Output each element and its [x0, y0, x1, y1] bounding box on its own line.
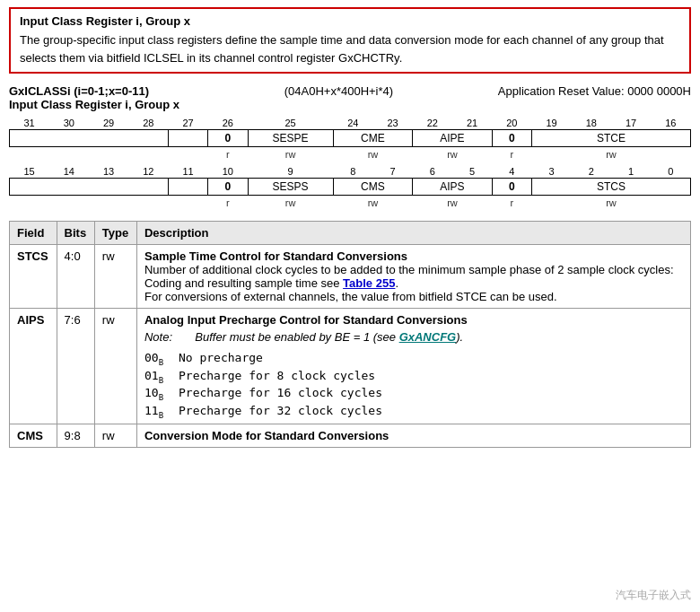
field-aips-bits: 7:6	[57, 309, 94, 424]
upper-field-sespe: SESPE	[248, 130, 333, 147]
code-00b: 00B	[144, 351, 171, 367]
upper-bit-table: 31 30 29 28 27 26 25 24 23 22 21 20 19 1…	[9, 117, 691, 162]
upper-bit-diagram: 31 30 29 28 27 26 25 24 23 22 21 20 19 1…	[9, 117, 691, 162]
field-cms-type: rw	[94, 424, 136, 448]
aips-mono-list: 00B No precharge 01B Precharge for 8 clo…	[144, 351, 683, 419]
field-stcs-bits: 4:0	[57, 245, 94, 309]
aips-precharge-list: 00B No precharge 01B Precharge for 8 clo…	[144, 351, 683, 419]
reg-address: (04A0H+x*400H+i*4)	[284, 84, 393, 98]
lower-bit-diagram: 15 14 13 12 11 10 9 8 7 6 5 4 3 2 1 0	[9, 165, 691, 210]
field-aips-type: rw	[94, 309, 136, 424]
upper-field-0-2: 0	[492, 130, 531, 147]
label-11b: Precharge for 32 clock cycles	[179, 404, 382, 420]
reg-name-line2: Input Class Register i, Group x	[9, 98, 179, 111]
list-item: 10B Precharge for 16 clock cycles	[144, 386, 683, 402]
col-field: Field	[10, 222, 57, 245]
upper-field-0-1: 0	[208, 130, 248, 147]
table-row: STCS 4:0 rw Sample Time Control for Stan…	[10, 245, 691, 309]
upper-reserved1	[10, 130, 169, 147]
upper-field-aipe: AIPE	[413, 130, 493, 147]
label-01b: Precharge for 8 clock cycles	[179, 369, 375, 385]
label-10b: Precharge for 16 clock cycles	[179, 386, 382, 402]
col-type: Type	[94, 222, 136, 245]
field-description-table: Field Bits Type Description STCS 4:0 rw …	[9, 221, 691, 448]
col-bits: Bits	[57, 222, 94, 245]
list-item: 11B Precharge for 32 clock cycles	[144, 404, 683, 420]
field-aips-name: AIPS	[10, 309, 57, 424]
lower-field-aips: AIPS	[413, 179, 493, 196]
lower-bit-table: 15 14 13 12 11 10 9 8 7 6 5 4 3 2 1 0	[9, 165, 691, 210]
label-00b: No precharge	[179, 351, 263, 367]
upper-bit-numbers: 31 30 29 28 27 26 25 24 23 22 21 20 19 1…	[10, 117, 691, 130]
lower-field-0-2: 0	[492, 179, 531, 196]
reg-reset: Application Reset Value: 0000 0000H	[498, 84, 691, 98]
field-aips-desc: Analog Input Precharge Control for Stand…	[136, 309, 690, 424]
lower-bit-fields: 0 SESPS CMS AIPS 0 STCS	[10, 179, 691, 196]
upper-field-stce: STCE	[531, 130, 690, 147]
field-table-header-row: Field Bits Type Description	[10, 222, 691, 245]
stcs-desc-line3: For conversions of external channels, th…	[144, 290, 683, 303]
lower-reserved1	[10, 179, 169, 196]
gxancfg-link[interactable]: GxANCFG	[399, 330, 457, 344]
aips-desc-title: Analog Input Precharge Control for Stand…	[144, 313, 683, 327]
header-description: The group-specific input class registers…	[20, 31, 680, 66]
lower-access-row: r rw rw rw r rw	[10, 196, 691, 211]
field-cms-name: CMS	[10, 424, 57, 448]
register-info: GxICLASSi (i=0-1;x=0-11) Input Class Reg…	[9, 84, 691, 111]
lower-reserved2	[169, 179, 208, 196]
field-stcs-type: rw	[94, 245, 136, 309]
field-cms-desc: Conversion Mode for Standard Conversions	[136, 424, 690, 448]
list-item: 00B No precharge	[144, 351, 683, 367]
list-item: 01B Precharge for 8 clock cycles	[144, 369, 683, 385]
stcs-desc-title: Sample Time Control for Standard Convers…	[144, 249, 683, 263]
aips-note: Note: Buffer must be enabled by BE = 1 (…	[144, 330, 683, 344]
col-description: Description	[136, 222, 690, 245]
field-stcs-name: STCS	[10, 245, 57, 309]
lower-field-stcs: STCS	[531, 179, 690, 196]
code-10b: 10B	[144, 386, 171, 402]
aips-note-label: Note:	[144, 330, 192, 344]
lower-bit-numbers: 15 14 13 12 11 10 9 8 7 6 5 4 3 2 1 0	[10, 165, 691, 179]
upper-field-cme: CME	[333, 130, 413, 147]
table-row: AIPS 7:6 rw Analog Input Precharge Contr…	[10, 309, 691, 424]
reg-name-line1: GxICLASSi (i=0-1;x=0-11)	[9, 84, 179, 98]
upper-bit-fields: 0 SESPE CME AIPE 0 STCE	[10, 130, 691, 147]
aips-note-text: Buffer must be enabled by BE = 1 (see Gx…	[195, 330, 463, 344]
table-row: CMS 9:8 rw Conversion Mode for Standard …	[10, 424, 691, 448]
field-cms-bits: 9:8	[57, 424, 94, 448]
header-box: Input Class Register i, Group x The grou…	[9, 7, 691, 74]
code-11b: 11B	[144, 404, 171, 420]
header-title: Input Class Register i, Group x	[20, 14, 680, 28]
stcs-desc-line1: Number of additional clock cycles to be …	[144, 263, 683, 276]
lower-field-cms: CMS	[333, 179, 413, 196]
lower-field-0-1: 0	[208, 179, 248, 196]
stcs-desc-line2: Coding and resulting sample time see Tab…	[144, 276, 683, 290]
cms-desc-title: Conversion Mode for Standard Conversions	[144, 429, 683, 442]
upper-access-row: r rw rw rw r rw	[10, 147, 691, 162]
lower-field-sesps: SESPS	[248, 179, 333, 196]
field-stcs-desc: Sample Time Control for Standard Convers…	[136, 245, 690, 309]
table255-link[interactable]: Table 255	[343, 276, 395, 290]
code-01b: 01B	[144, 369, 171, 385]
upper-reserved2	[169, 130, 208, 147]
